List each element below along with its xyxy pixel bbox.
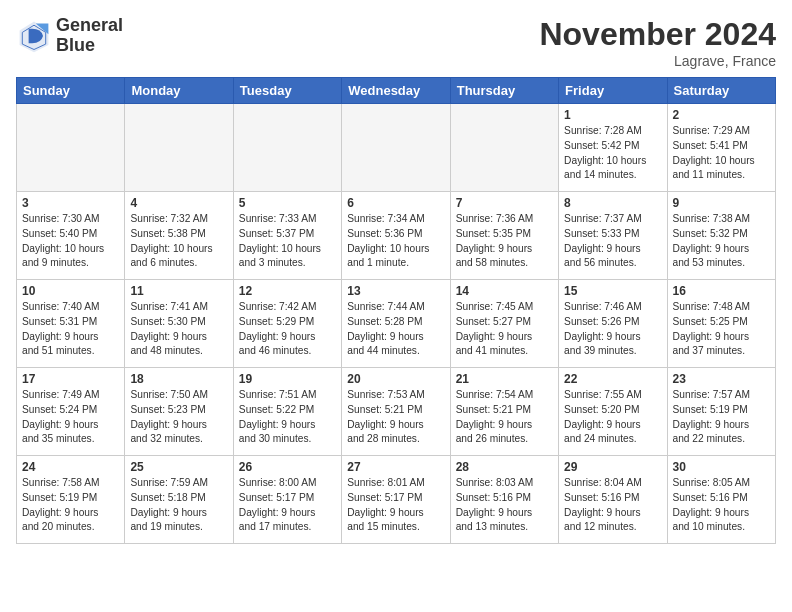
- calendar-cell: [342, 104, 450, 192]
- calendar-cell: 29Sunrise: 8:04 AM Sunset: 5:16 PM Dayli…: [559, 456, 667, 544]
- title-block: November 2024 Lagrave, France: [539, 16, 776, 69]
- weekday-header-row: SundayMondayTuesdayWednesdayThursdayFrid…: [17, 78, 776, 104]
- weekday-header-friday: Friday: [559, 78, 667, 104]
- calendar-cell: 25Sunrise: 7:59 AM Sunset: 5:18 PM Dayli…: [125, 456, 233, 544]
- day-info: Sunrise: 7:58 AM Sunset: 5:19 PM Dayligh…: [22, 476, 119, 535]
- day-number: 17: [22, 372, 119, 386]
- calendar-cell: [125, 104, 233, 192]
- calendar-cell: 22Sunrise: 7:55 AM Sunset: 5:20 PM Dayli…: [559, 368, 667, 456]
- logo-icon: [16, 18, 52, 54]
- day-info: Sunrise: 7:48 AM Sunset: 5:25 PM Dayligh…: [673, 300, 770, 359]
- day-info: Sunrise: 7:57 AM Sunset: 5:19 PM Dayligh…: [673, 388, 770, 447]
- calendar-cell: 19Sunrise: 7:51 AM Sunset: 5:22 PM Dayli…: [233, 368, 341, 456]
- day-info: Sunrise: 7:55 AM Sunset: 5:20 PM Dayligh…: [564, 388, 661, 447]
- day-info: Sunrise: 7:41 AM Sunset: 5:30 PM Dayligh…: [130, 300, 227, 359]
- calendar-cell: 10Sunrise: 7:40 AM Sunset: 5:31 PM Dayli…: [17, 280, 125, 368]
- day-number: 13: [347, 284, 444, 298]
- day-info: Sunrise: 7:28 AM Sunset: 5:42 PM Dayligh…: [564, 124, 661, 183]
- day-number: 25: [130, 460, 227, 474]
- day-info: Sunrise: 7:30 AM Sunset: 5:40 PM Dayligh…: [22, 212, 119, 271]
- calendar-cell: 14Sunrise: 7:45 AM Sunset: 5:27 PM Dayli…: [450, 280, 558, 368]
- week-row-1: 3Sunrise: 7:30 AM Sunset: 5:40 PM Daylig…: [17, 192, 776, 280]
- calendar-cell: 12Sunrise: 7:42 AM Sunset: 5:29 PM Dayli…: [233, 280, 341, 368]
- day-number: 30: [673, 460, 770, 474]
- calendar-cell: 2Sunrise: 7:29 AM Sunset: 5:41 PM Daylig…: [667, 104, 775, 192]
- day-info: Sunrise: 7:53 AM Sunset: 5:21 PM Dayligh…: [347, 388, 444, 447]
- calendar-cell: 23Sunrise: 7:57 AM Sunset: 5:19 PM Dayli…: [667, 368, 775, 456]
- calendar-cell: 26Sunrise: 8:00 AM Sunset: 5:17 PM Dayli…: [233, 456, 341, 544]
- calendar-cell: 9Sunrise: 7:38 AM Sunset: 5:32 PM Daylig…: [667, 192, 775, 280]
- calendar-cell: [17, 104, 125, 192]
- calendar-cell: 24Sunrise: 7:58 AM Sunset: 5:19 PM Dayli…: [17, 456, 125, 544]
- calendar-cell: 1Sunrise: 7:28 AM Sunset: 5:42 PM Daylig…: [559, 104, 667, 192]
- weekday-header-monday: Monday: [125, 78, 233, 104]
- day-info: Sunrise: 8:00 AM Sunset: 5:17 PM Dayligh…: [239, 476, 336, 535]
- day-number: 10: [22, 284, 119, 298]
- week-row-3: 17Sunrise: 7:49 AM Sunset: 5:24 PM Dayli…: [17, 368, 776, 456]
- calendar-cell: 18Sunrise: 7:50 AM Sunset: 5:23 PM Dayli…: [125, 368, 233, 456]
- day-info: Sunrise: 7:42 AM Sunset: 5:29 PM Dayligh…: [239, 300, 336, 359]
- day-number: 11: [130, 284, 227, 298]
- weekday-header-wednesday: Wednesday: [342, 78, 450, 104]
- day-number: 9: [673, 196, 770, 210]
- day-number: 16: [673, 284, 770, 298]
- day-number: 3: [22, 196, 119, 210]
- day-number: 18: [130, 372, 227, 386]
- day-number: 27: [347, 460, 444, 474]
- day-info: Sunrise: 7:51 AM Sunset: 5:22 PM Dayligh…: [239, 388, 336, 447]
- calendar-cell: 15Sunrise: 7:46 AM Sunset: 5:26 PM Dayli…: [559, 280, 667, 368]
- calendar-cell: 20Sunrise: 7:53 AM Sunset: 5:21 PM Dayli…: [342, 368, 450, 456]
- day-info: Sunrise: 8:05 AM Sunset: 5:16 PM Dayligh…: [673, 476, 770, 535]
- day-number: 2: [673, 108, 770, 122]
- logo: General Blue: [16, 16, 123, 56]
- day-number: 20: [347, 372, 444, 386]
- calendar-cell: 5Sunrise: 7:33 AM Sunset: 5:37 PM Daylig…: [233, 192, 341, 280]
- calendar-cell: 16Sunrise: 7:48 AM Sunset: 5:25 PM Dayli…: [667, 280, 775, 368]
- calendar-cell: [233, 104, 341, 192]
- day-info: Sunrise: 7:34 AM Sunset: 5:36 PM Dayligh…: [347, 212, 444, 271]
- day-info: Sunrise: 7:44 AM Sunset: 5:28 PM Dayligh…: [347, 300, 444, 359]
- week-row-2: 10Sunrise: 7:40 AM Sunset: 5:31 PM Dayli…: [17, 280, 776, 368]
- day-info: Sunrise: 7:59 AM Sunset: 5:18 PM Dayligh…: [130, 476, 227, 535]
- page-header: General Blue November 2024 Lagrave, Fran…: [16, 16, 776, 69]
- day-number: 7: [456, 196, 553, 210]
- day-number: 14: [456, 284, 553, 298]
- calendar-cell: 6Sunrise: 7:34 AM Sunset: 5:36 PM Daylig…: [342, 192, 450, 280]
- calendar-cell: 11Sunrise: 7:41 AM Sunset: 5:30 PM Dayli…: [125, 280, 233, 368]
- weekday-header-tuesday: Tuesday: [233, 78, 341, 104]
- logo-text: General Blue: [56, 16, 123, 56]
- day-number: 8: [564, 196, 661, 210]
- calendar-cell: 17Sunrise: 7:49 AM Sunset: 5:24 PM Dayli…: [17, 368, 125, 456]
- day-number: 4: [130, 196, 227, 210]
- day-info: Sunrise: 7:40 AM Sunset: 5:31 PM Dayligh…: [22, 300, 119, 359]
- day-info: Sunrise: 7:29 AM Sunset: 5:41 PM Dayligh…: [673, 124, 770, 183]
- day-number: 23: [673, 372, 770, 386]
- day-info: Sunrise: 8:04 AM Sunset: 5:16 PM Dayligh…: [564, 476, 661, 535]
- calendar-cell: 21Sunrise: 7:54 AM Sunset: 5:21 PM Dayli…: [450, 368, 558, 456]
- day-info: Sunrise: 7:38 AM Sunset: 5:32 PM Dayligh…: [673, 212, 770, 271]
- day-info: Sunrise: 7:50 AM Sunset: 5:23 PM Dayligh…: [130, 388, 227, 447]
- day-info: Sunrise: 8:03 AM Sunset: 5:16 PM Dayligh…: [456, 476, 553, 535]
- day-info: Sunrise: 8:01 AM Sunset: 5:17 PM Dayligh…: [347, 476, 444, 535]
- calendar-cell: 28Sunrise: 8:03 AM Sunset: 5:16 PM Dayli…: [450, 456, 558, 544]
- weekday-header-sunday: Sunday: [17, 78, 125, 104]
- day-number: 5: [239, 196, 336, 210]
- day-number: 21: [456, 372, 553, 386]
- day-number: 1: [564, 108, 661, 122]
- calendar-cell: 7Sunrise: 7:36 AM Sunset: 5:35 PM Daylig…: [450, 192, 558, 280]
- day-info: Sunrise: 7:49 AM Sunset: 5:24 PM Dayligh…: [22, 388, 119, 447]
- day-info: Sunrise: 7:33 AM Sunset: 5:37 PM Dayligh…: [239, 212, 336, 271]
- week-row-4: 24Sunrise: 7:58 AM Sunset: 5:19 PM Dayli…: [17, 456, 776, 544]
- weekday-header-thursday: Thursday: [450, 78, 558, 104]
- weekday-header-saturday: Saturday: [667, 78, 775, 104]
- day-number: 22: [564, 372, 661, 386]
- day-info: Sunrise: 7:37 AM Sunset: 5:33 PM Dayligh…: [564, 212, 661, 271]
- calendar-cell: 8Sunrise: 7:37 AM Sunset: 5:33 PM Daylig…: [559, 192, 667, 280]
- calendar: SundayMondayTuesdayWednesdayThursdayFrid…: [16, 77, 776, 544]
- day-info: Sunrise: 7:45 AM Sunset: 5:27 PM Dayligh…: [456, 300, 553, 359]
- day-number: 19: [239, 372, 336, 386]
- day-number: 24: [22, 460, 119, 474]
- calendar-cell: 3Sunrise: 7:30 AM Sunset: 5:40 PM Daylig…: [17, 192, 125, 280]
- calendar-cell: 4Sunrise: 7:32 AM Sunset: 5:38 PM Daylig…: [125, 192, 233, 280]
- calendar-cell: 13Sunrise: 7:44 AM Sunset: 5:28 PM Dayli…: [342, 280, 450, 368]
